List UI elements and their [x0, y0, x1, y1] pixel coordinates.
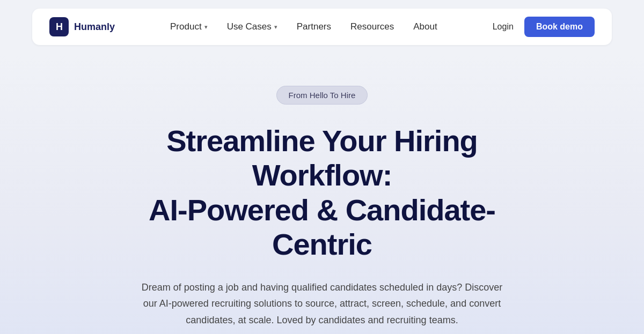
brand-name: Humanly — [74, 21, 115, 33]
logo-letter: H — [56, 21, 62, 33]
hero-heading-line1: Streamline Your Hiring Workflow: — [166, 124, 478, 192]
chevron-down-icon: ▾ — [204, 24, 208, 31]
hero-heading-line2: AI-Powered & Candidate-Centric — [149, 193, 495, 261]
hero-section: From Hello To Hire Streamline Your Hirin… — [0, 54, 644, 334]
hero-heading: Streamline Your Hiring Workflow: AI-Powe… — [107, 124, 537, 262]
hero-subtext: Dream of posting a job and having qualif… — [134, 279, 510, 329]
nav-item-use-cases[interactable]: Use Cases ▾ — [227, 21, 277, 32]
nav-actions: Login Book demo — [493, 17, 595, 37]
hero-badge: From Hello To Hire — [276, 86, 368, 105]
nav-item-about[interactable]: About — [413, 21, 437, 32]
logo-box[interactable]: H — [49, 17, 69, 36]
login-button[interactable]: Login — [493, 22, 514, 32]
nav-item-partners[interactable]: Partners — [297, 21, 331, 32]
nav-links: Product ▾ Use Cases ▾ Partners Resources… — [170, 21, 437, 32]
book-demo-button[interactable]: Book demo — [524, 17, 595, 37]
nav-item-resources[interactable]: Resources — [350, 21, 394, 32]
brand-logo-group: H Humanly — [49, 17, 115, 36]
navbar: H Humanly Product ▾ Use Cases ▾ Partners… — [32, 9, 612, 45]
nav-item-product[interactable]: Product ▾ — [170, 21, 208, 32]
chevron-down-icon: ▾ — [274, 24, 277, 31]
